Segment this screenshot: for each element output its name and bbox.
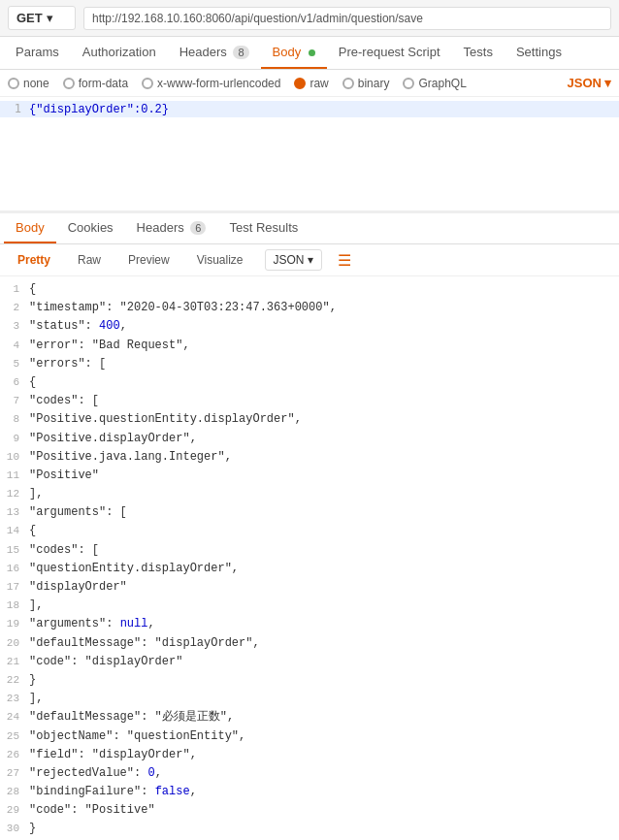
json-line: 12 ],: [0, 485, 619, 503]
json-line-content: "bindingFailure": false,: [29, 783, 619, 801]
json-line-content: "arguments": [: [29, 503, 619, 522]
request-tabs-row: Params Authorization Headers 8 Body Pre-…: [0, 37, 619, 70]
request-body-editor: 1 {"displayOrder":0.2}: [0, 97, 619, 213]
json-line-number: 3: [0, 318, 29, 336]
headers-badge: 8: [233, 46, 248, 59]
tab-prerequest[interactable]: Pre-request Script: [327, 37, 452, 69]
radio-raw: [294, 78, 306, 89]
body-type-formdata[interactable]: form-data: [63, 77, 128, 90]
response-tab-cookies[interactable]: Cookies: [56, 213, 125, 243]
format-preview[interactable]: Preview: [118, 250, 179, 270]
json-line-content: "Positive.java.lang.Integer",: [29, 448, 619, 467]
wrap-icon[interactable]: ☰: [338, 251, 351, 270]
method-select[interactable]: GET ▾: [8, 6, 76, 30]
response-tab-body[interactable]: Body: [4, 213, 56, 243]
json-line-number: 28: [0, 784, 29, 801]
json-line: 24 "defaultMessage": "必须是正数",: [0, 708, 619, 727]
json-dropdown[interactable]: JSON ▾: [568, 76, 611, 90]
json-line-content: {: [29, 280, 619, 299]
json-line: 26 "field": "displayOrder",: [0, 746, 619, 764]
body-type-urlencoded[interactable]: x-www-form-urlencoded: [142, 77, 280, 90]
json-line-content: }: [29, 820, 619, 838]
json-line-content: "Positive.displayOrder",: [29, 430, 619, 448]
json-line: 20 "defaultMessage": "displayOrder",: [0, 634, 619, 653]
json-line: 1{: [0, 280, 619, 299]
tab-headers[interactable]: Headers 8: [168, 37, 261, 69]
json-line: 4 "error": "Bad Request",: [0, 337, 619, 355]
json-line-number: 5: [0, 356, 29, 373]
json-line-number: 10: [0, 449, 29, 467]
json-line-number: 7: [0, 393, 29, 410]
json-line-number: 4: [0, 338, 29, 355]
body-type-graphql-label: GraphQL: [418, 77, 466, 90]
json-line: 29 "code": "Positive": [0, 801, 619, 820]
json-line: 5 "errors": [: [0, 355, 619, 373]
json-line-number: 23: [0, 691, 29, 708]
body-type-row: none form-data x-www-form-urlencoded raw…: [0, 70, 619, 97]
format-json-dropdown[interactable]: JSON ▾: [265, 249, 322, 271]
json-line-number: 18: [0, 598, 29, 615]
url-bar: GET ▾: [0, 0, 619, 37]
json-line-content: "displayOrder": [29, 578, 619, 597]
json-line: 8 "Positive.questionEntity.displayOrder"…: [0, 410, 619, 429]
body-type-urlencoded-label: x-www-form-urlencoded: [157, 77, 280, 90]
json-line-content: "codes": [: [29, 392, 619, 410]
format-visualize[interactable]: Visualize: [187, 250, 253, 270]
tab-authorization[interactable]: Authorization: [71, 37, 168, 69]
json-line-content: ],: [29, 485, 619, 503]
radio-urlencoded: [142, 78, 153, 89]
json-line-number: 20: [0, 635, 29, 653]
json-line-content: ],: [29, 597, 619, 615]
method-label: GET: [16, 11, 43, 25]
json-line-number: 27: [0, 765, 29, 783]
json-line: 17 "displayOrder": [0, 578, 619, 597]
json-line-number: 8: [0, 411, 29, 429]
json-dropdown-label: JSON: [568, 76, 602, 90]
json-line-number: 14: [0, 523, 29, 540]
json-line: 19 "arguments": null,: [0, 615, 619, 633]
json-line-content: "code": "displayOrder": [29, 653, 619, 671]
json-line-number: 12: [0, 486, 29, 503]
format-json-label: JSON: [274, 253, 305, 267]
format-pretty[interactable]: Pretty: [8, 250, 60, 270]
json-line-content: "code": "Positive": [29, 801, 619, 820]
request-line-content-1[interactable]: {"displayOrder":0.2}: [29, 103, 619, 116]
url-input[interactable]: [83, 7, 611, 30]
json-line-content: ],: [29, 690, 619, 708]
json-response: 1{2 "timestamp": "2020-04-30T03:23:47.36…: [0, 276, 619, 840]
json-line: 10 "Positive.java.lang.Integer",: [0, 448, 619, 467]
json-line: 3 "status": 400,: [0, 317, 619, 336]
json-line-content: "codes": [: [29, 541, 619, 560]
json-line: 9 "Positive.displayOrder",: [0, 430, 619, 448]
json-line-number: 13: [0, 504, 29, 522]
json-line-content: "rejectedValue": 0,: [29, 764, 619, 783]
body-dot: [309, 49, 315, 56]
format-row: Pretty Raw Preview Visualize JSON ▾ ☰: [0, 244, 619, 276]
body-type-none[interactable]: none: [8, 77, 49, 90]
tab-params[interactable]: Params: [4, 37, 71, 69]
body-type-raw[interactable]: raw: [294, 77, 328, 90]
json-line: 2 "timestamp": "2020-04-30T03:23:47.363+…: [0, 299, 619, 317]
radio-graphql: [403, 78, 414, 89]
response-tab-testresults[interactable]: Test Results: [217, 213, 310, 243]
format-raw[interactable]: Raw: [68, 250, 111, 270]
body-type-binary-label: binary: [358, 77, 390, 90]
json-line: 15 "codes": [: [0, 541, 619, 560]
json-line: 14 {: [0, 522, 619, 540]
json-line: 23 ],: [0, 690, 619, 708]
json-line-number: 11: [0, 468, 29, 485]
json-line-content: "timestamp": "2020-04-30T03:23:47.363+00…: [29, 299, 619, 317]
body-type-graphql[interactable]: GraphQL: [403, 77, 466, 90]
response-tab-headers[interactable]: Headers 6: [125, 213, 218, 243]
json-line-content: "errors": [: [29, 355, 619, 373]
body-type-raw-label: raw: [310, 77, 328, 90]
json-line-content: "error": "Bad Request",: [29, 337, 619, 355]
json-line-number: 26: [0, 747, 29, 764]
tab-settings[interactable]: Settings: [505, 37, 573, 69]
body-type-binary[interactable]: binary: [342, 77, 390, 90]
tab-body[interactable]: Body: [261, 37, 327, 69]
json-line-number: 15: [0, 542, 29, 560]
json-line-content: "defaultMessage": "必须是正数",: [29, 708, 619, 727]
tab-tests[interactable]: Tests: [452, 37, 505, 69]
json-line-content: {: [29, 373, 619, 392]
